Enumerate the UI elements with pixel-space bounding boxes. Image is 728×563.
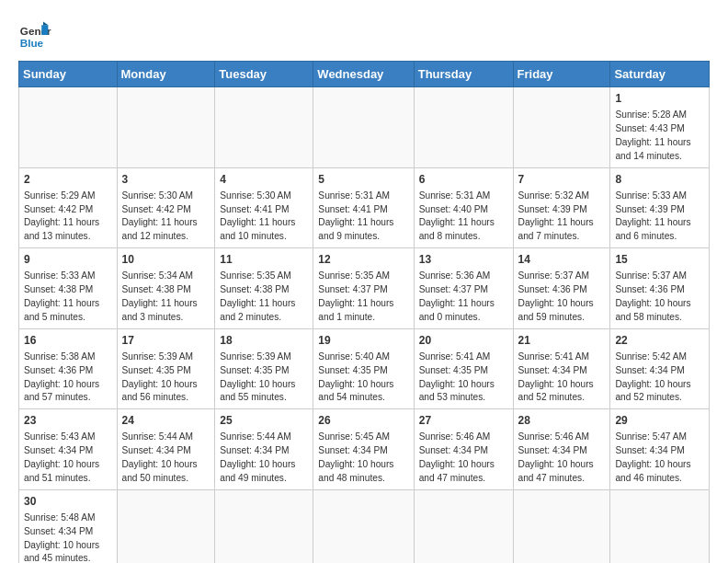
day-number: 25 (220, 413, 308, 429)
calendar-cell (414, 489, 513, 563)
day-info: Sunrise: 5:29 AM Sunset: 4:42 PM Dayligh… (24, 190, 112, 244)
calendar-cell: 3Sunrise: 5:30 AM Sunset: 4:42 PM Daylig… (117, 167, 215, 248)
calendar-cell: 29Sunrise: 5:47 AM Sunset: 4:34 PM Dayli… (610, 409, 710, 490)
day-info: Sunrise: 5:34 AM Sunset: 4:38 PM Dayligh… (122, 270, 210, 324)
day-info: Sunrise: 5:31 AM Sunset: 4:40 PM Dayligh… (419, 190, 508, 244)
calendar-cell (215, 489, 313, 563)
calendar-cell: 12Sunrise: 5:35 AM Sunset: 4:37 PM Dayli… (313, 248, 414, 329)
day-info: Sunrise: 5:33 AM Sunset: 4:39 PM Dayligh… (615, 190, 704, 244)
calendar-cell: 16Sunrise: 5:38 AM Sunset: 4:36 PM Dayli… (19, 328, 118, 409)
day-info: Sunrise: 5:30 AM Sunset: 4:42 PM Dayligh… (122, 190, 210, 244)
calendar-cell (19, 87, 118, 168)
day-info: Sunrise: 5:37 AM Sunset: 4:36 PM Dayligh… (518, 270, 606, 324)
calendar-cell: 30Sunrise: 5:48 AM Sunset: 4:34 PM Dayli… (19, 489, 118, 563)
svg-marker-3 (43, 22, 48, 26)
day-number: 14 (518, 252, 606, 268)
day-info: Sunrise: 5:40 AM Sunset: 4:35 PM Dayligh… (318, 350, 408, 405)
day-info: Sunrise: 5:35 AM Sunset: 4:37 PM Dayligh… (318, 270, 408, 324)
calendar-cell (513, 87, 610, 168)
calendar-cell: 2Sunrise: 5:29 AM Sunset: 4:42 PM Daylig… (19, 167, 118, 248)
day-number: 30 (24, 494, 112, 510)
day-info: Sunrise: 5:38 AM Sunset: 4:36 PM Dayligh… (24, 350, 112, 405)
day-info: Sunrise: 5:47 AM Sunset: 4:34 PM Dayligh… (615, 431, 704, 485)
day-info: Sunrise: 5:41 AM Sunset: 4:34 PM Dayligh… (518, 350, 606, 405)
day-info: Sunrise: 5:31 AM Sunset: 4:41 PM Dayligh… (318, 190, 408, 244)
calendar-cell (313, 489, 414, 563)
day-number: 24 (122, 413, 210, 429)
calendar-cell: 13Sunrise: 5:36 AM Sunset: 4:37 PM Dayli… (414, 248, 513, 329)
calendar-cell (610, 489, 710, 563)
calendar-cell: 9Sunrise: 5:33 AM Sunset: 4:38 PM Daylig… (19, 248, 118, 329)
day-number: 18 (220, 333, 308, 349)
calendar-cell: 1Sunrise: 5:28 AM Sunset: 4:43 PM Daylig… (610, 87, 710, 168)
day-number: 5 (318, 172, 408, 188)
day-number: 4 (220, 172, 308, 188)
calendar-cell: 14Sunrise: 5:37 AM Sunset: 4:36 PM Dayli… (513, 248, 610, 329)
day-info: Sunrise: 5:46 AM Sunset: 4:34 PM Dayligh… (419, 431, 508, 485)
calendar-cell (215, 87, 313, 168)
day-number: 21 (518, 333, 606, 349)
calendar-cell: 21Sunrise: 5:41 AM Sunset: 4:34 PM Dayli… (513, 328, 610, 409)
day-info: Sunrise: 5:45 AM Sunset: 4:34 PM Dayligh… (318, 431, 408, 485)
calendar-cell: 18Sunrise: 5:39 AM Sunset: 4:35 PM Dayli… (215, 328, 313, 409)
calendar-cell: 6Sunrise: 5:31 AM Sunset: 4:40 PM Daylig… (414, 167, 513, 248)
day-number: 20 (419, 333, 508, 349)
calendar-cell (117, 489, 215, 563)
day-info: Sunrise: 5:48 AM Sunset: 4:34 PM Dayligh… (24, 511, 112, 563)
weekday-header-tuesday: Tuesday (215, 62, 313, 87)
day-info: Sunrise: 5:41 AM Sunset: 4:35 PM Dayligh… (419, 350, 508, 405)
svg-text:Blue: Blue (20, 37, 44, 49)
calendar-cell: 7Sunrise: 5:32 AM Sunset: 4:39 PM Daylig… (513, 167, 610, 248)
day-number: 15 (615, 252, 704, 268)
day-number: 3 (122, 172, 210, 188)
day-number: 19 (318, 333, 408, 349)
day-number: 1 (615, 91, 704, 107)
day-number: 23 (24, 413, 112, 429)
calendar-cell (414, 87, 513, 168)
day-info: Sunrise: 5:35 AM Sunset: 4:38 PM Dayligh… (220, 270, 308, 324)
day-number: 11 (220, 252, 308, 268)
day-info: Sunrise: 5:44 AM Sunset: 4:34 PM Dayligh… (220, 431, 308, 485)
weekday-header-wednesday: Wednesday (313, 62, 414, 87)
day-number: 17 (122, 333, 210, 349)
calendar-cell: 15Sunrise: 5:37 AM Sunset: 4:36 PM Dayli… (610, 248, 710, 329)
weekday-header-monday: Monday (117, 62, 215, 87)
day-number: 22 (615, 333, 704, 349)
day-info: Sunrise: 5:43 AM Sunset: 4:34 PM Dayligh… (24, 431, 112, 485)
calendar-cell: 19Sunrise: 5:40 AM Sunset: 4:35 PM Dayli… (313, 328, 414, 409)
logo-icon: General Blue (18, 18, 51, 52)
calendar-cell: 25Sunrise: 5:44 AM Sunset: 4:34 PM Dayli… (215, 409, 313, 490)
day-number: 6 (419, 172, 508, 188)
day-number: 10 (122, 252, 210, 268)
day-info: Sunrise: 5:44 AM Sunset: 4:34 PM Dayligh… (122, 431, 210, 485)
weekday-header-saturday: Saturday (610, 62, 710, 87)
calendar-cell: 4Sunrise: 5:30 AM Sunset: 4:41 PM Daylig… (215, 167, 313, 248)
day-number: 26 (318, 413, 408, 429)
weekday-header-sunday: Sunday (19, 62, 118, 87)
day-info: Sunrise: 5:42 AM Sunset: 4:34 PM Dayligh… (615, 350, 704, 405)
calendar-cell: 27Sunrise: 5:46 AM Sunset: 4:34 PM Dayli… (414, 409, 513, 490)
calendar-cell: 26Sunrise: 5:45 AM Sunset: 4:34 PM Dayli… (313, 409, 414, 490)
day-number: 29 (615, 413, 704, 429)
day-number: 12 (318, 252, 408, 268)
calendar-cell: 20Sunrise: 5:41 AM Sunset: 4:35 PM Dayli… (414, 328, 513, 409)
page-header: General Blue (18, 18, 710, 52)
calendar-cell: 17Sunrise: 5:39 AM Sunset: 4:35 PM Dayli… (117, 328, 215, 409)
day-info: Sunrise: 5:28 AM Sunset: 4:43 PM Dayligh… (615, 109, 704, 163)
calendar-cell: 24Sunrise: 5:44 AM Sunset: 4:34 PM Dayli… (117, 409, 215, 490)
day-info: Sunrise: 5:30 AM Sunset: 4:41 PM Dayligh… (220, 190, 308, 244)
day-number: 13 (419, 252, 508, 268)
day-info: Sunrise: 5:32 AM Sunset: 4:39 PM Dayligh… (518, 190, 606, 244)
calendar-cell: 5Sunrise: 5:31 AM Sunset: 4:41 PM Daylig… (313, 167, 414, 248)
day-number: 28 (518, 413, 606, 429)
day-number: 8 (615, 172, 704, 188)
svg-marker-2 (41, 25, 48, 35)
day-number: 7 (518, 172, 606, 188)
weekday-header-thursday: Thursday (414, 62, 513, 87)
calendar-cell (513, 489, 610, 563)
calendar-cell: 10Sunrise: 5:34 AM Sunset: 4:38 PM Dayli… (117, 248, 215, 329)
weekday-header-friday: Friday (513, 62, 610, 87)
day-number: 27 (419, 413, 508, 429)
day-info: Sunrise: 5:37 AM Sunset: 4:36 PM Dayligh… (615, 270, 704, 324)
calendar-cell: 28Sunrise: 5:46 AM Sunset: 4:34 PM Dayli… (513, 409, 610, 490)
